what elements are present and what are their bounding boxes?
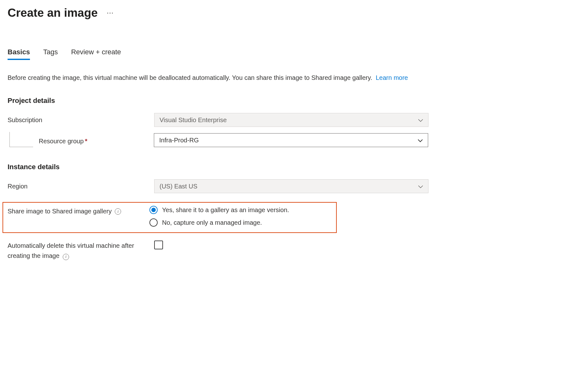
share-image-label: Share image to Shared image gallery (8, 208, 112, 215)
required-indicator: * (85, 138, 87, 145)
radio-dot (151, 208, 156, 212)
info-icon[interactable]: i (115, 208, 121, 215)
info-icon[interactable]: i (63, 254, 69, 260)
subscription-label: Subscription (8, 116, 42, 124)
resource-group-dropdown[interactable]: Infra-Prod-RG (154, 133, 428, 147)
resource-group-label: Resource group* (39, 138, 87, 145)
tab-review-create[interactable]: Review + create (71, 48, 121, 60)
auto-delete-checkbox[interactable] (154, 241, 163, 249)
subscription-value: Visual Studio Enterprise (160, 116, 227, 124)
auto-delete-label: Automatically delete this virtual machin… (8, 242, 134, 259)
share-image-highlight: Share image to Shared image gallery i Ye… (3, 202, 337, 233)
instance-details-section: Instance details Region (US) East US Sha… (8, 163, 580, 261)
tab-tags[interactable]: Tags (43, 48, 58, 60)
project-details-section: Project details Subscription Visual Stud… (8, 97, 580, 147)
section-title-project: Project details (8, 97, 580, 105)
radio-circle (149, 218, 158, 227)
description-text: Before creating the image, this virtual … (8, 73, 427, 83)
radio-circle-selected (149, 206, 158, 214)
radio-no-text: No, capture only a managed image. (162, 219, 262, 226)
tabs: Basics Tags Review + create (8, 48, 580, 60)
subscription-dropdown[interactable]: Visual Studio Enterprise (154, 113, 428, 127)
region-value: (US) East US (160, 183, 197, 190)
resource-group-value: Infra-Prod-RG (159, 137, 199, 144)
chevron-down-icon (418, 137, 423, 144)
radio-yes-text: Yes, share it to a gallery as an image v… (162, 206, 289, 214)
tree-connector (9, 132, 33, 147)
learn-more-link[interactable]: Learn more (376, 74, 408, 81)
chevron-down-icon (418, 116, 423, 124)
radio-share-no[interactable]: No, capture only a managed image. (149, 218, 289, 227)
chevron-down-icon (418, 183, 423, 190)
section-title-instance: Instance details (8, 163, 580, 171)
radio-share-yes[interactable]: Yes, share it to a gallery as an image v… (149, 206, 289, 214)
region-label: Region (8, 183, 27, 190)
region-dropdown[interactable]: (US) East US (154, 179, 428, 193)
more-icon[interactable]: ⋯ (107, 9, 114, 17)
page-title: Create an image (8, 6, 98, 20)
tab-basics[interactable]: Basics (8, 48, 30, 60)
